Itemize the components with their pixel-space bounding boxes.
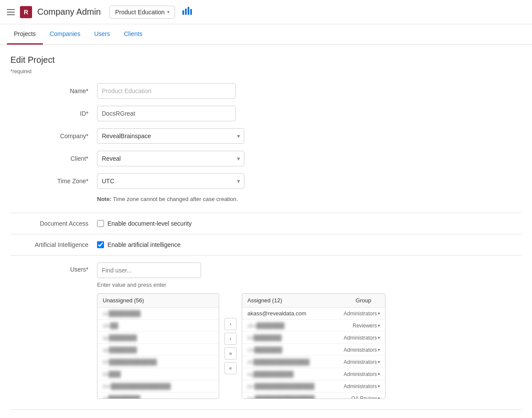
app-logo: R [20,6,32,18]
company-select[interactable]: RevealBrainspace [97,128,244,144]
unassigned-list: Unassigned (56) ac████████ ale██ ap█████… [97,293,219,399]
svg-rect-0 [182,10,184,15]
document-access-label: Document Access [10,220,97,227]
group-select[interactable]: Administrators ▾ [344,335,380,341]
group-select[interactable]: Administrators ▾ [344,347,380,353]
svg-rect-3 [190,9,192,15]
document-access-checkbox[interactable] [97,220,104,227]
company-select-wrapper: RevealBrainspace [97,128,244,144]
project-dropdown[interactable]: Product Education ▾ [110,6,175,19]
assigned-email: aka███████ [247,322,284,329]
required-note: *required [10,68,522,75]
list-item[interactable]: ale██ [97,320,219,332]
find-user-input[interactable] [97,262,201,278]
list-item[interactable]: ap███████ [97,332,219,344]
users-section: Users* Enter value and press enter Unass… [10,256,522,406]
list-item[interactable]: bk███ [97,368,219,380]
list-item[interactable]: akass@revealdata.com Administrators ▾ [242,308,385,320]
client-select[interactable]: Reveal [97,151,244,166]
users-hint: Enter value and press enter [97,282,522,288]
group-select[interactable]: Administrators ▾ [344,383,380,389]
tab-users[interactable]: Users [87,24,117,45]
page-title: Edit Project [10,55,522,65]
list-item[interactable]: ck████████ [97,392,219,399]
timezone-note: Note: Time zone cannot be changed after … [97,196,522,204]
project-dropdown-label: Product Education [115,9,165,16]
company-name: Company Admin [37,7,101,17]
timezone-select[interactable]: UTC [97,173,244,189]
list-item[interactable]: bre███████████████ [97,380,219,392]
assigned-list: Assigned (12) Group akass@revealdata.com… [242,293,386,399]
id-label: ID* [10,110,97,117]
users-input-row: Users* [10,262,522,278]
assigned-email: jev███████████████ [247,383,315,389]
header: R Company Admin Product Education ▾ [0,0,532,24]
group-select[interactable]: QA Review ▾ [351,395,380,399]
ai-text: Enable artificial intelligence [107,241,181,248]
chevron-down-icon: ▾ [167,10,169,14]
id-input[interactable] [97,106,236,121]
assigned-email: dd██████████████ [247,359,309,365]
main-content: Edit Project *required Name* ID* Company… [0,45,532,418]
transfer-left-button[interactable]: ‹ [224,333,237,345]
transfer-controls: › ‹ » « [223,318,238,374]
assigned-header: Assigned (12) [247,297,282,304]
note-bold: Note: [97,196,111,202]
name-input[interactable] [97,83,236,99]
svg-rect-1 [185,9,187,15]
group-column-header: Group [356,297,380,304]
group-select[interactable]: Administrators ▾ [344,311,380,317]
analytics-icon[interactable] [182,6,192,18]
document-access-text: Enable document-level security [107,220,192,227]
timezone-row: Time Zone* UTC [10,173,522,189]
nav-tabs: Projects Companies Users Clients [0,24,532,45]
tab-clients[interactable]: Clients [117,24,149,45]
tab-projects[interactable]: Projects [7,24,43,45]
list-item[interactable]: cw███████ Administrators ▾ [242,344,385,356]
list-item[interactable]: bd███████ Administrators ▾ [242,332,385,344]
users-label: Users* [10,262,97,273]
list-item[interactable]: ac████████ [97,308,219,320]
timezone-select-wrapper: UTC [97,173,244,189]
ai-section: Artificial Intelligence Enable artificia… [10,234,522,256]
unassigned-header: Unassigned (56) [97,294,219,308]
unassigned-body[interactable]: ac████████ ale██ ap███████ ap███████ bh█… [97,308,219,399]
document-access-checkbox-label[interactable]: Enable document-level security [97,220,192,227]
transfer-container: Unassigned (56) ac████████ ale██ ap█████… [97,293,522,399]
list-item[interactable]: ap███████ [97,344,219,356]
note-content: Time zone cannot be changed after case c… [111,196,238,202]
timezone-label: Time Zone* [10,178,97,185]
list-item[interactable]: eg██████████ Administrators ▾ [242,368,385,380]
client-row: Client* Reveal [10,151,522,166]
client-label: Client* [10,155,97,162]
ai-checkbox-label[interactable]: Enable artificial intelligence [97,241,181,248]
id-row: ID* [10,106,522,121]
transfer-all-right-button[interactable]: » [224,347,237,360]
document-access-section: Document Access Enable document-level se… [10,213,522,234]
company-row: Company* RevealBrainspace [10,128,522,144]
assigned-email: bd███████ [247,334,282,341]
group-select[interactable]: Reviewers ▾ [353,323,380,329]
client-select-wrapper: Reveal [97,151,244,166]
menu-button[interactable] [7,9,15,15]
assigned-email: akass@revealdata.com [247,310,306,317]
transfer-right-button[interactable]: › [224,318,237,330]
group-select[interactable]: Administrators ▾ [344,359,380,365]
form-section-basic: Name* ID* Company* RevealBrainspace Clie… [10,83,522,213]
tab-companies[interactable]: Companies [43,24,88,45]
assigned-email: eg██████████ [247,371,294,377]
assigned-email: jpu███████████████ [247,395,315,399]
list-item[interactable]: jpu███████████████ QA Review ▾ [242,392,385,399]
assigned-email: cw███████ [247,347,282,353]
ai-checkbox[interactable] [97,241,104,248]
company-label: Company* [10,133,97,139]
footer: Cancel SAVE [10,409,522,418]
assigned-body[interactable]: akass@revealdata.com Administrators ▾ ak… [242,308,385,399]
group-select[interactable]: Administrators ▾ [344,371,380,377]
list-item[interactable]: bh████████████ [97,356,219,368]
list-item[interactable]: jev███████████████ Administrators ▾ [242,380,385,392]
list-item[interactable]: aka███████ Reviewers ▾ [242,320,385,332]
list-item[interactable]: dd██████████████ Administrators ▾ [242,356,385,368]
transfer-all-left-button[interactable]: « [224,362,237,374]
name-label: Name* [10,87,97,94]
